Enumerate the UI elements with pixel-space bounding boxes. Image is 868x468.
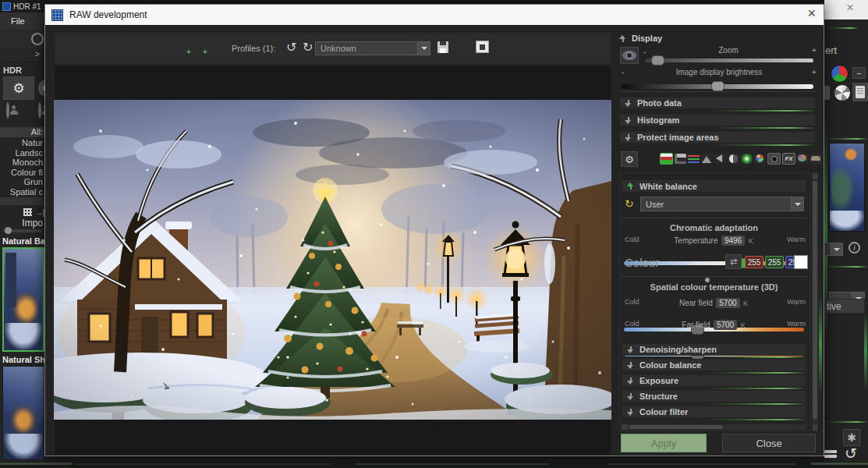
app-close-icon[interactable]: × <box>846 0 854 16</box>
import-label[interactable]: Impo <box>22 218 43 229</box>
fullscreen-preview-icon[interactable] <box>476 41 489 53</box>
brightness-slider[interactable] <box>622 84 813 89</box>
export-arrow-icon[interactable]: →| <box>34 208 44 217</box>
app-logo-icon <box>2 2 11 11</box>
tool-vehicle-icon[interactable] <box>810 154 822 164</box>
temperature-value[interactable]: 9496 <box>721 236 745 246</box>
rgb-green-value[interactable]: 255 <box>765 256 784 268</box>
section-colour-filter[interactable]: Colour filter <box>622 406 806 418</box>
preset-thumbnail-2[interactable] <box>2 366 44 460</box>
colour-reset-button[interactable]: ⇄ <box>725 254 742 269</box>
tool-structure-icon[interactable] <box>714 154 726 164</box>
section-structure[interactable]: Structure <box>622 390 806 402</box>
section-white-balance-header[interactable]: White balance <box>622 179 806 193</box>
layers-icon[interactable] <box>824 450 838 459</box>
filmstrip-thumbnail[interactable] <box>829 143 865 232</box>
zoom-slider-handle[interactable] <box>651 55 664 66</box>
zoom-plus[interactable]: + <box>812 46 817 55</box>
tool-psychology-icon[interactable] <box>797 154 809 164</box>
image-preview[interactable] <box>54 100 611 420</box>
info-icon[interactable]: i <box>849 242 860 254</box>
preset-thumbnail-selected[interactable] <box>2 247 44 352</box>
portrait-icon-2[interactable] <box>38 102 41 119</box>
rgb-red-value[interactable]: 255 <box>745 256 763 268</box>
profile-dropdown[interactable]: Unknown <box>315 41 430 55</box>
document-icon[interactable] <box>852 83 868 101</box>
category-colour-filter[interactable]: Colour fi <box>0 168 43 178</box>
pan-view-button[interactable] <box>620 47 639 64</box>
section-display-header[interactable]: Display <box>619 34 662 43</box>
brightness-label: Image display brightness <box>632 68 806 76</box>
kelvin-unit: K <box>741 321 746 329</box>
tool-glow-icon[interactable] <box>741 154 753 164</box>
section-denoising[interactable]: Denoising/sharpen <box>622 343 806 356</box>
near-field-label: Near field <box>679 299 713 307</box>
apply-button[interactable]: Apply <box>621 434 707 452</box>
rgb-wheel-icon[interactable] <box>831 65 849 83</box>
category-monochrome[interactable]: Monoch <box>0 158 43 168</box>
app-bottom-bar <box>0 462 868 468</box>
category-natural[interactable]: Natur <box>0 138 43 148</box>
shutter-icon[interactable] <box>834 84 851 101</box>
menu-file[interactable]: File <box>0 16 25 26</box>
styles-gear-button[interactable]: ⚙ <box>3 76 34 100</box>
section-label: Denoising/sharpen <box>639 345 717 354</box>
tool-fx-icon[interactable]: FX <box>782 153 795 165</box>
wb-preset-dropdown[interactable]: User <box>640 197 804 211</box>
tool-colour-balance-icon[interactable] <box>688 154 700 164</box>
tool-mechanics-icon[interactable] <box>754 154 766 164</box>
redo-icon[interactable]: ↻ <box>303 40 313 55</box>
horizontal-scrollbar[interactable] <box>622 424 806 430</box>
settings-gear-button[interactable]: ⚙ <box>621 151 638 167</box>
far-field-value[interactable]: 5700 <box>714 320 737 330</box>
dialog-close-button[interactable]: Close <box>722 434 816 452</box>
scrollbar-thumb[interactable] <box>813 181 817 420</box>
portrait-icon[interactable] <box>6 102 9 119</box>
tool-white-balance-icon[interactable] <box>660 153 673 165</box>
dialog-titlebar[interactable]: RAW development × <box>45 5 824 25</box>
adjustments-scroll-area: White balance ↻ User Chromatic adaptatio… <box>619 172 810 431</box>
category-grunge[interactable]: Grun <box>0 177 43 187</box>
tool-exposure-icon[interactable] <box>701 154 713 164</box>
brush-icon[interactable] <box>824 86 830 100</box>
wb-auto-icon[interactable]: ↻ <box>625 197 634 210</box>
wb-colour-swatch[interactable] <box>794 255 808 269</box>
section-histogram[interactable]: Histogram <box>619 114 816 126</box>
dialog-close-icon[interactable]: × <box>807 5 816 22</box>
save-icon[interactable] <box>438 41 448 53</box>
zoom-slider[interactable] <box>645 58 813 62</box>
section-colour-balance[interactable]: Colour balance <box>622 359 806 371</box>
section-photo-data[interactable]: Photo data <box>619 97 816 109</box>
far-warm-label: Warm <box>787 320 806 328</box>
category-spatial[interactable]: Spatial c <box>0 187 43 197</box>
collapse-chevron[interactable]: > <box>35 49 40 58</box>
brightness-slider-handle[interactable] <box>711 81 725 91</box>
grid-view-icon[interactable] <box>23 208 32 216</box>
creative-field[interactable]: tive <box>824 299 865 314</box>
tool-contrast-icon[interactable] <box>728 154 739 164</box>
category-landscape[interactable]: Landsc <box>0 148 43 158</box>
brightness-minus[interactable]: - <box>622 68 624 76</box>
near-warm-label: Warm <box>787 298 806 306</box>
brightness-plus[interactable]: + <box>812 68 817 76</box>
gear-icon: ⚙ <box>625 154 634 165</box>
category-all[interactable]: All: <box>31 127 43 136</box>
thumbnail-size-slider[interactable] <box>3 229 42 232</box>
tool-denoise-icon[interactable] <box>675 154 686 164</box>
vertical-scrollbar[interactable] <box>812 172 818 431</box>
collapse-down-icon <box>627 378 634 385</box>
section-protect-areas[interactable]: Protect image areas <box>619 131 816 144</box>
undo-icon[interactable]: ↺ <box>286 40 296 55</box>
section-label: Exposure <box>639 376 678 385</box>
background-app-right: × ert − i tive <box>824 0 868 462</box>
reset-icon[interactable]: ↺ <box>845 445 857 463</box>
minimize-button[interactable]: − <box>852 67 866 79</box>
section-exposure[interactable]: Exposure <box>622 374 806 387</box>
effects-star-button[interactable]: ✱ <box>843 429 860 446</box>
white-balance-label: White balance <box>639 182 697 191</box>
collapse-down-icon <box>625 117 632 124</box>
zoom-preset-dropdown[interactable] <box>824 243 843 256</box>
tool-camera-icon[interactable] <box>767 153 781 165</box>
history-icon[interactable] <box>31 33 44 45</box>
near-field-value[interactable]: 5700 <box>716 298 739 308</box>
